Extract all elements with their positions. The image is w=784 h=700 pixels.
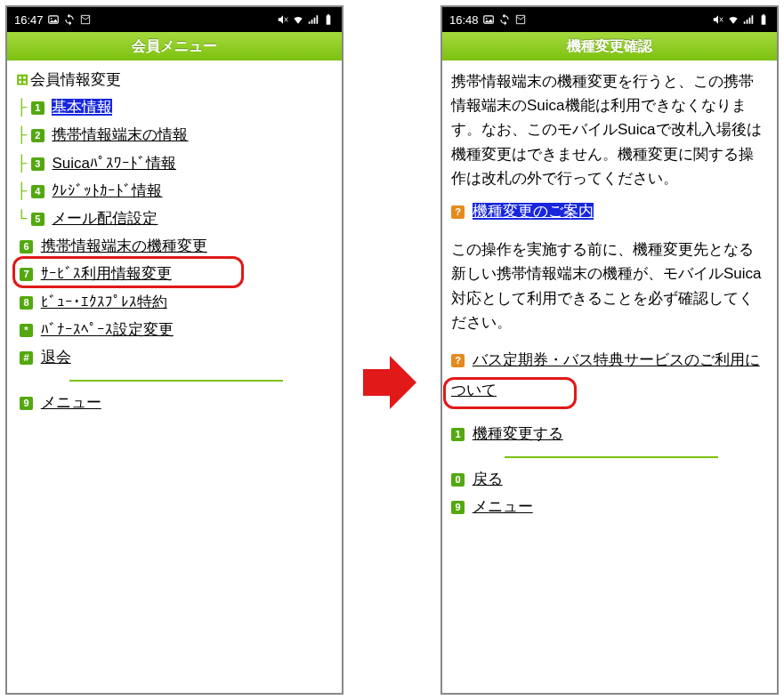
status-time: 16:47 <box>14 13 44 27</box>
menu-item-basic-info[interactable]: ├ 1 基本情報 <box>27 95 333 119</box>
link-guide[interactable]: ? 機種変更のご案内 <box>451 199 768 223</box>
menu-link-label[interactable]: 基本情報 <box>52 99 112 116</box>
num-badge: 7 <box>20 268 33 281</box>
image-icon <box>47 13 60 26</box>
menu-item-withdraw[interactable]: # 退会 <box>20 345 333 369</box>
link-label[interactable]: 機種変更する <box>473 425 563 442</box>
menu-item-device-change[interactable]: 6 携帯情報端末の機種変更 <box>20 234 333 258</box>
svg-rect-3 <box>327 14 329 15</box>
num-badge: 9 <box>451 501 465 514</box>
menu-link-label[interactable]: Suicaﾊﾟｽﾜｰﾄﾞ情報 <box>52 155 176 172</box>
menu-item-mail-settings[interactable]: └ 5 メール配信設定 <box>27 206 333 230</box>
num-badge: 1 <box>451 428 465 441</box>
content-left: ⊞会員情報変更 ├ 1 基本情報 ├ 2 携帯情報端末の情報 ├ 3 Suica… <box>7 60 342 427</box>
page-title: 機種変更確認 <box>442 32 777 60</box>
svg-marker-8 <box>363 356 416 409</box>
battery-icon <box>757 13 770 26</box>
num-badge: # <box>20 351 33 365</box>
section-header: ⊞会員情報変更 <box>16 68 333 92</box>
link-menu[interactable]: 9 メニュー <box>451 495 768 519</box>
num-badge: 3 <box>31 157 44 171</box>
svg-point-1 <box>50 18 52 20</box>
link-do-change[interactable]: 1 機種変更する <box>451 422 768 446</box>
sync-icon <box>63 13 76 26</box>
menu-link-label[interactable]: メール配信設定 <box>52 210 158 227</box>
menu-item-view-express[interactable]: 8 ﾋﾞｭｰ･ｴｸｽﾌﾟﾚｽ特約 <box>20 290 333 314</box>
menu-link-label[interactable]: ﾋﾞｭｰ･ｴｸｽﾌﾟﾚｽ特約 <box>41 294 167 310</box>
link-label[interactable]: バス定期券・バス特典サービスのご利用について <box>451 351 760 398</box>
link-label[interactable]: 戻る <box>473 471 503 487</box>
status-bar: 16:48 <box>442 7 777 32</box>
menu-item-suica-password[interactable]: ├ 3 Suicaﾊﾟｽﾜｰﾄﾞ情報 <box>27 151 333 175</box>
battery-icon <box>322 13 335 26</box>
num-badge: * <box>20 324 33 337</box>
num-badge: ? <box>451 354 465 367</box>
signal-icon <box>307 13 319 26</box>
status-time: 16:48 <box>449 13 479 27</box>
num-badge: 4 <box>31 185 44 198</box>
signal-icon <box>742 13 755 26</box>
num-badge: 6 <box>20 240 33 253</box>
sync-icon <box>498 13 511 26</box>
status-bar: 16:47 <box>7 7 342 32</box>
mute-icon <box>277 13 289 26</box>
num-badge: 9 <box>20 397 33 410</box>
svg-rect-7 <box>763 14 764 15</box>
menu-item-menu[interactable]: 9 メニュー <box>20 390 333 414</box>
mail-icon <box>79 13 92 26</box>
num-badge: 0 <box>451 473 465 487</box>
tree-tick-icon: ├ <box>16 151 27 175</box>
menu-item-service-info[interactable]: 7 ｻｰﾋﾞｽ利用情報変更 <box>20 261 333 286</box>
wifi-icon <box>727 13 740 26</box>
status-right <box>277 13 335 26</box>
status-left: 16:47 <box>14 13 92 27</box>
link-back[interactable]: 0 戻る <box>451 467 768 491</box>
content-right: 携帯情報端末の機種変更を行うと、この携帯情報端末のSuica機能は利用できなくな… <box>442 60 777 531</box>
image-icon <box>482 13 495 26</box>
divider <box>505 456 718 458</box>
tree-tick-icon: ├ <box>16 95 27 119</box>
menu-link-label[interactable]: ｻｰﾋﾞｽ利用情報変更 <box>41 265 172 282</box>
svg-point-5 <box>485 18 487 20</box>
status-left: 16:48 <box>449 13 527 27</box>
menu-link-label[interactable]: 携帯情報端末の機種変更 <box>41 237 207 254</box>
menu-link-label[interactable]: ﾊﾞﾅｰｽﾍﾟｰｽ設定変更 <box>41 321 174 338</box>
section-bullet-icon: ⊞ <box>16 71 28 88</box>
status-right <box>712 13 770 26</box>
phone-right: 16:48 機種変更確認 <box>440 5 779 695</box>
menu-link-label[interactable]: 携帯情報端末の情報 <box>52 126 188 143</box>
menu-item-credit-card[interactable]: ├ 4 ｸﾚｼﾞｯﾄｶｰﾄﾞ情報 <box>27 179 333 203</box>
tree-tick-icon: └ <box>16 206 27 230</box>
num-badge: ? <box>451 205 465 219</box>
info-paragraph-1: 携帯情報端末の機種変更を行うと、この携帯情報端末のSuica機能は利用できなくな… <box>451 69 768 190</box>
menu-item-banner-space[interactable]: * ﾊﾞﾅｰｽﾍﾟｰｽ設定変更 <box>20 318 333 342</box>
tree-tick-icon: ├ <box>16 123 27 147</box>
tree-tick-icon: ├ <box>16 179 27 203</box>
link-label[interactable]: メニュー <box>473 498 533 515</box>
arrow-right-icon <box>363 356 416 409</box>
menu-link-label[interactable]: メニュー <box>41 394 101 411</box>
num-badge: 8 <box>20 296 33 310</box>
wifi-icon <box>292 13 304 26</box>
num-badge: 5 <box>31 213 44 226</box>
menu-item-device-info[interactable]: ├ 2 携帯情報端末の情報 <box>27 123 333 147</box>
mail-icon <box>514 13 527 26</box>
page-title: 会員メニュー <box>7 32 342 60</box>
link-label[interactable]: 機種変更のご案内 <box>473 203 594 220</box>
svg-rect-2 <box>327 15 331 24</box>
link-bus-pass[interactable]: ? バス定期券・バス特典サービスのご利用について <box>451 345 768 406</box>
divider <box>69 380 283 382</box>
info-paragraph-2: この操作を実施する前に、機種変更先となる新しい携帯情報端末の機種が、モバイルSu… <box>451 237 768 334</box>
phone-left: 16:47 会員メニュー <box>5 5 344 695</box>
menu-link-label[interactable]: ｸﾚｼﾞｯﾄｶｰﾄﾞ情報 <box>52 182 162 199</box>
mute-icon <box>712 13 724 26</box>
menu-link-label[interactable]: 退会 <box>41 349 71 366</box>
num-badge: 2 <box>31 129 44 142</box>
svg-rect-6 <box>762 15 766 24</box>
num-badge: 1 <box>31 101 44 115</box>
